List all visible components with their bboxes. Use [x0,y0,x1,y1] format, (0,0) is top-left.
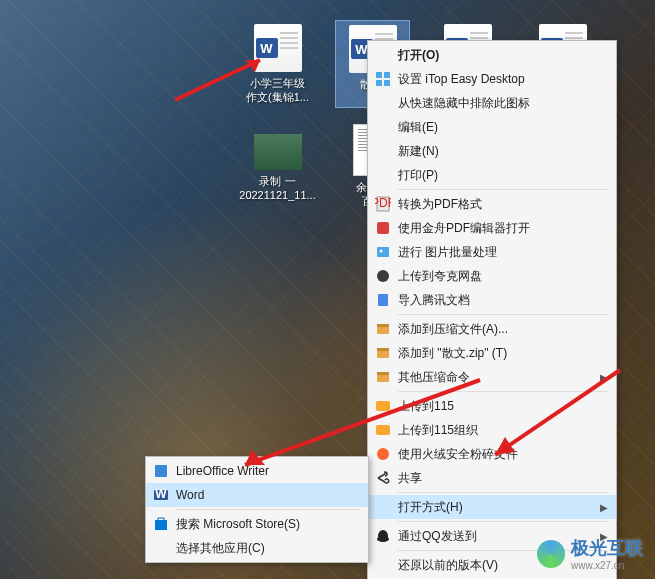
submenu-item-word[interactable]: W Word [146,483,368,507]
menu-item-batch-img[interactable]: 进行 图片批量处理 [368,240,616,264]
tencent-docs-icon [372,291,394,309]
menu-item-compress-a[interactable]: 添加到压缩文件(A)... [368,317,616,341]
svg-rect-26 [158,518,164,521]
svg-rect-7 [377,247,389,257]
svg-rect-18 [376,425,390,435]
desktop-icon-video[interactable]: 录制 一20221121_11... [240,120,315,212]
store-icon [150,515,172,533]
svg-text:W: W [155,487,167,501]
context-menu: 打开(O) 设置 iTop Easy Desktop 从快速隐藏中排除此图标 编… [367,40,617,579]
menu-separator [398,492,608,493]
desktop-icon-file-1[interactable]: W 小学三年级作文(集锦1... [240,20,315,108]
svg-rect-6 [377,222,389,234]
desktop: W 小学三年级作文(集锦1... W 散文. W W [0,0,655,579]
menu-item-upload-115-org[interactable]: 上传到115组织 [368,418,616,442]
share-icon [372,469,394,487]
grid-icon [372,70,394,88]
archive-icon [372,368,394,386]
menu-item-edit[interactable]: 编辑(E) [368,115,616,139]
menu-item-new[interactable]: 新建(N) [368,139,616,163]
menu-item-open[interactable]: 打开(O) [368,43,616,67]
svg-rect-16 [377,372,389,375]
image-batch-icon [372,243,394,261]
watermark-logo-icon [537,540,565,568]
svg-text:PDF: PDF [375,196,391,210]
svg-rect-2 [376,80,382,86]
open-with-submenu: LibreOffice Writer W Word 搜索 Microsoft S… [145,456,369,563]
svg-rect-14 [377,348,389,351]
menu-item-open-with[interactable]: 打开方式(H) ▶ [368,495,616,519]
svg-rect-3 [384,80,390,86]
menu-item-tencent[interactable]: 导入腾讯文档 [368,288,616,312]
word-icon: W [254,24,302,72]
shred-icon [372,445,394,463]
svg-rect-22 [155,465,167,477]
archive-icon [372,344,394,362]
menu-separator [176,509,360,510]
video-thumbnail-icon [254,134,302,170]
svg-rect-17 [376,401,390,411]
menu-item-jinzhou[interactable]: 使用金舟PDF编辑器打开 [368,216,616,240]
svg-rect-0 [376,72,382,78]
menu-separator [398,314,608,315]
menu-item-kuake[interactable]: 上传到夸克网盘 [368,264,616,288]
menu-item-huorong[interactable]: 使用火绒安全粉碎文件 [368,442,616,466]
submenu-item-search-store[interactable]: 搜索 Microsoft Store(S) [146,512,368,536]
menu-item-other-compress[interactable]: 其他压缩命令 ▶ [368,365,616,389]
svg-rect-10 [378,294,388,306]
115-icon [372,421,394,439]
svg-rect-12 [377,324,389,327]
libreoffice-icon [150,462,172,480]
menu-item-compress-zip[interactable]: 添加到 "散文.zip" (T) [368,341,616,365]
icon-label: 小学三年级作文(集锦1... [246,76,309,104]
menu-separator [398,521,608,522]
menu-item-print[interactable]: 打印(P) [368,163,616,187]
submenu-item-libreoffice[interactable]: LibreOffice Writer [146,459,368,483]
menu-item-to-pdf[interactable]: PDF 转换为PDF格式 [368,192,616,216]
menu-separator [398,391,608,392]
pdf-editor-icon [372,219,394,237]
svg-point-8 [380,250,383,253]
watermark: 极光互联 www.x27.cn [537,536,643,571]
cloud-icon [372,267,394,285]
svg-point-9 [377,270,389,282]
submenu-item-choose-other[interactable]: 选择其他应用(C) [146,536,368,560]
svg-point-19 [377,448,389,460]
svg-point-21 [377,536,389,542]
svg-rect-1 [384,72,390,78]
archive-icon [372,320,394,338]
menu-item-itop[interactable]: 设置 iTop Easy Desktop [368,67,616,91]
word-icon: W [150,486,172,504]
menu-item-share[interactable]: 共享 [368,466,616,490]
menu-separator [398,189,608,190]
icon-label: 录制 一20221121_11... [239,174,315,202]
chevron-right-icon: ▶ [600,502,608,513]
chevron-right-icon: ▶ [600,372,608,383]
qq-icon [372,527,394,545]
pdf-icon: PDF [372,195,394,213]
115-icon [372,397,394,415]
menu-item-quick-hide[interactable]: 从快速隐藏中排除此图标 [368,91,616,115]
menu-item-upload-115[interactable]: 上传到115 [368,394,616,418]
